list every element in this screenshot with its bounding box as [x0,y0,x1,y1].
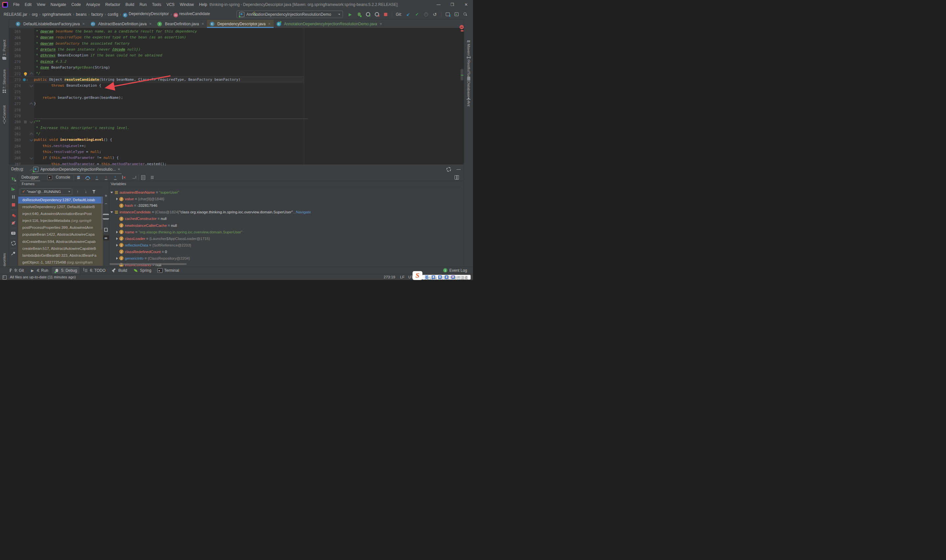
variable-row[interactable]: newInstanceCallerCache = null [109,222,461,228]
event-log-widget[interactable]: 1 Event Log [443,266,467,274]
infinity-icon[interactable] [103,235,109,240]
menu-item-help[interactable]: Help [196,0,210,9]
fold-region[interactable] [29,72,34,75]
variable-row[interactable]: reflectionData = {SoftReference@2203} [109,242,461,248]
breadcrumb-item-config[interactable]: config [108,12,119,17]
fold-marker-icon[interactable] [29,84,33,87]
breadcrumb-item-factory[interactable]: factory [91,12,103,17]
collapsed-icon[interactable] [116,231,118,233]
code-line[interactable]: 275 [9,89,461,95]
fold-marker-icon[interactable] [29,169,33,172]
line-number[interactable]: 278 [9,108,22,112]
fold-marker-icon[interactable] [29,72,33,76]
toolwindow-button-terminal[interactable]: Terminal [155,268,181,274]
line-number[interactable]: 279 [9,114,22,118]
scroll-down-icon[interactable] [102,218,109,224]
stepinto-icon[interactable] [94,175,100,180]
code-line[interactable]: 286 if (this.methodParameter != null) { [9,155,461,161]
copystack-icon[interactable] [103,228,108,232]
fold-region[interactable] [29,139,34,141]
console-icon[interactable] [454,12,459,17]
expanded-icon[interactable] [110,211,113,213]
collapsed-icon[interactable] [116,244,118,246]
code-line[interactable]: 281 * Increase this descriptor's nesting… [9,125,461,131]
scroll-up-icon[interactable] [102,209,109,215]
breadcrumb-item-springframework[interactable]: springframework [42,12,72,17]
breadcrumb-item-release.jar[interactable]: RELEASE.jar [3,12,28,17]
minimize-button[interactable]: — [431,0,445,9]
variable-row[interactable]: genericInfo = {ClassRepository@2204} [109,255,461,262]
error-stripe-mark[interactable] [461,30,464,32]
close-icon[interactable]: × [268,22,271,26]
update-icon[interactable] [406,12,411,17]
collapsed-icon[interactable] [116,237,118,240]
line-number[interactable]: 270 [9,60,22,64]
search-icon[interactable] [463,12,468,17]
fold-marker-icon[interactable] [29,132,33,136]
line-number[interactable]: 284 [9,144,22,148]
code-line[interactable]: 282 */ [9,131,461,137]
variable-row[interactable]: hash = -332817946 [109,202,461,209]
line-number[interactable]: 282 [9,132,22,136]
viewbp-icon[interactable] [11,212,16,218]
coverage-icon[interactable] [365,12,371,17]
line-number[interactable]: 286 [9,156,22,160]
stepout-icon[interactable] [112,175,118,180]
line-number[interactable]: 283 [9,138,22,142]
menu-item-edit[interactable]: Edit [22,0,34,9]
stack-frame-row[interactable]: postProcessProperties:399, AutowiredAnn [18,224,103,231]
code-line[interactable]: 272 */ [9,71,461,77]
code-line[interactable]: 271 * @see BeanFactory#getBean(String) [9,65,461,71]
menu-item-analyze[interactable]: Analyze [83,0,103,9]
fold-region[interactable] [29,157,34,159]
minus-icon[interactable] [103,201,108,206]
stack-frame-row[interactable]: lambda$doGetBean$0:323, AbstractBeanFa [18,252,103,259]
breadcrumb-item-dependencydescriptor[interactable]: DependencyDescriptor [123,11,169,17]
line-number[interactable]: 277 [9,102,22,106]
run-configuration-select[interactable]: AnnotationDependencyInjectionResolutionD… [236,11,343,18]
filter-icon[interactable] [91,189,97,194]
fold-region[interactable] [29,121,34,123]
fold-region[interactable] [29,85,34,87]
tab-beandefinition[interactable]: BeanDefinition.java× [154,20,206,28]
tree-expander[interactable] [115,244,119,246]
commit-icon[interactable] [414,12,420,17]
line-number[interactable]: 271 [9,66,22,69]
code-line[interactable]: 279 [9,113,461,119]
variable-row[interactable]: autowiredBeanName = "superUser" [109,189,461,195]
thread-selector[interactable]: "main"@...RUNNING [20,188,72,195]
toolwindow-button-build[interactable]: Build [109,267,129,274]
line-number[interactable]: 287 [9,162,22,166]
sidebar-item-database[interactable]: Database [464,76,473,97]
breadcrumb-item-beans[interactable]: beans [75,12,87,17]
menu-item-view[interactable]: View [34,0,48,9]
tree-expander[interactable] [109,211,114,213]
line-number[interactable]: 288 [9,168,22,172]
tree-expander[interactable] [115,237,119,240]
plus-icon[interactable] [103,193,108,198]
code-editor[interactable]: 265 * @param beanName the bean name, as … [9,28,461,174]
line-number[interactable]: 274 [9,84,22,88]
code-line[interactable]: 269 * @throws BeansException if the bean… [9,52,461,58]
stack-frame-row[interactable]: inject:116, InjectionMetadata (org.sprin… [18,217,103,224]
caret-position-widget[interactable]: 273:19 [384,274,395,280]
code-line[interactable]: 273public Object resolveCandidate(String… [9,77,461,83]
tab-abstractbeandefinition[interactable]: AbstractBeanDefinition.java× [88,20,154,28]
bulb-icon[interactable] [23,72,27,76]
toolwindow-button-todo[interactable]: 6: TODO [81,267,108,274]
code-line[interactable]: 283public void increaseNestingLevel() { [9,137,461,143]
debugger-tab-debugger[interactable]: Debugger [18,174,42,181]
history-icon[interactable] [424,12,429,17]
fold-marker-icon[interactable] [29,138,33,141]
toolwindow-button-spring[interactable]: Spring [131,267,154,274]
code-line[interactable]: 287 this.methodParameter = this.methodPa… [9,161,461,167]
linesmark-icon[interactable] [23,119,28,125]
variable-row[interactable]: name = "org.xiaoge.thinking.in.spring.io… [109,229,461,235]
close-icon[interactable]: × [380,22,382,26]
sidebar-item-restfultool[interactable]: RestfulTool [464,55,473,79]
maximize-button[interactable]: ❐ [445,0,459,9]
pin-icon[interactable] [11,251,16,256]
fold-marker-icon[interactable] [29,102,33,106]
stop-square-icon[interactable] [11,202,16,208]
expanded-icon[interactable] [110,192,113,193]
